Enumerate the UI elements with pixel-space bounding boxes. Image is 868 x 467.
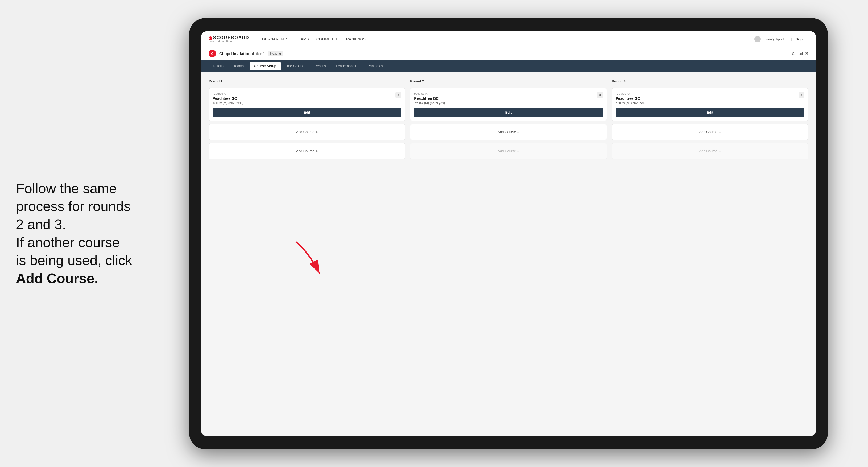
round-3-label: Round 3	[612, 79, 808, 83]
card-header-r3: (Course A) Peachtree GC Yellow (M) (6629…	[616, 92, 804, 108]
round-2-course-card: (Course A) Peachtree GC Yellow (M) (6629…	[410, 88, 607, 121]
course-details: Yellow (M) (6629 yds)	[213, 101, 395, 105]
edit-course-button-r3[interactable]: Edit	[616, 108, 804, 117]
edit-course-button-r1[interactable]: Edit	[213, 108, 401, 117]
delete-course-icon-r2[interactable]: ✕	[597, 92, 603, 98]
round-3-column: Round 3 (Course A) Peachtree GC Yellow (…	[612, 79, 808, 159]
add-course-label-r3-s2: Add Course	[699, 149, 718, 153]
tournament-tag: (Men)	[256, 52, 264, 55]
nav-right: blair@clippd.io | Sign out	[754, 36, 808, 42]
add-course-label-r2-s2: Add Course	[498, 149, 516, 153]
add-course-label-r1-s1: Add Course	[296, 130, 314, 134]
top-nav: CSCOREBOARD Powered by clippd TOURNAMENT…	[201, 31, 816, 48]
add-course-r3-slot2: Add Course +	[612, 143, 808, 159]
round-1-label: Round 1	[209, 79, 405, 83]
logo-title: CSCOREBOARD	[209, 35, 249, 40]
nav-committee[interactable]: COMMITTEE	[316, 36, 339, 42]
plus-icon-r3-s1: +	[718, 130, 721, 134]
rounds-container: Round 1 (Course A) Peachtree GC Yellow (…	[209, 79, 808, 159]
course-name-r2: Peachtree GC	[414, 96, 597, 101]
round-3-course-card: (Course A) Peachtree GC Yellow (M) (6629…	[612, 88, 808, 121]
plus-icon-r1-s2: +	[316, 149, 318, 153]
instruction-text: Follow the same process for rounds 2 and…	[16, 181, 132, 286]
plus-icon-r2-s1: +	[517, 130, 519, 134]
logo-sub: Powered by clippd	[209, 40, 249, 43]
plus-icon-r1-s1: +	[316, 130, 318, 134]
main-content: Round 1 (Course A) Peachtree GC Yellow (…	[201, 72, 816, 436]
add-course-r1-slot1[interactable]: Add Course +	[209, 124, 405, 140]
tablet-screen: CSCOREBOARD Powered by clippd TOURNAMENT…	[201, 31, 816, 436]
nav-separator: |	[791, 37, 792, 41]
tablet-device: CSCOREBOARD Powered by clippd TOURNAMENT…	[189, 18, 828, 449]
plus-icon-r3-s2: +	[718, 149, 721, 153]
round-1-course-card: (Course A) Peachtree GC Yellow (M) (6629…	[209, 88, 405, 121]
nav-links: TOURNAMENTS TEAMS COMMITTEE RANKINGS	[260, 36, 755, 42]
tabs-bar: Details Teams Course Setup Tee Groups Re…	[201, 60, 816, 72]
round-1-column: Round 1 (Course A) Peachtree GC Yellow (…	[209, 79, 405, 159]
tab-tee-groups[interactable]: Tee Groups	[282, 62, 309, 70]
tournament-hosting-badge: Hosting	[268, 51, 283, 56]
card-info-r2: (Course A) Peachtree GC Yellow (M) (6629…	[414, 92, 597, 108]
tab-leaderboards[interactable]: Leaderboards	[332, 62, 362, 70]
tournament-bar: C Clippd Invitational (Men) Hosting Canc…	[201, 48, 816, 60]
card-info-r3: (Course A) Peachtree GC Yellow (M) (6629…	[616, 92, 799, 108]
card-header: (Course A) Peachtree GC Yellow (M) (6629…	[213, 92, 401, 108]
tournament-name: Clippd Invitational	[219, 51, 254, 56]
card-header-r2: (Course A) Peachtree GC Yellow (M) (6629…	[414, 92, 603, 108]
course-name: Peachtree GC	[213, 96, 395, 101]
round-2-label: Round 2	[410, 79, 607, 83]
add-course-label-r2-s1: Add Course	[498, 130, 516, 134]
tablet-wrapper: CSCOREBOARD Powered by clippd TOURNAMENT…	[149, 18, 868, 449]
nav-rankings[interactable]: RANKINGS	[346, 36, 366, 42]
tournament-logo: C	[209, 50, 216, 57]
scoreboard-logo: CSCOREBOARD Powered by clippd	[209, 35, 249, 43]
course-name-r3: Peachtree GC	[616, 96, 799, 101]
nav-tournaments[interactable]: TOURNAMENTS	[260, 36, 289, 42]
tab-course-setup[interactable]: Course Setup	[250, 62, 281, 70]
plus-icon-r2-s2: +	[517, 149, 519, 153]
tab-printables[interactable]: Printables	[363, 62, 387, 70]
tab-details[interactable]: Details	[209, 62, 228, 70]
tournament-bar-right: Cancel ✕	[792, 51, 808, 56]
tab-teams[interactable]: Teams	[229, 62, 248, 70]
edit-course-button-r2[interactable]: Edit	[414, 108, 603, 117]
add-course-r2-slot1[interactable]: Add Course +	[410, 124, 607, 140]
sign-out-link[interactable]: Sign out	[796, 37, 808, 41]
tab-results[interactable]: Results	[310, 62, 330, 70]
instruction-panel: Follow the same process for rounds 2 and…	[0, 169, 149, 298]
round-2-column: Round 2 (Course A) Peachtree GC Yellow (…	[410, 79, 607, 159]
course-details-r2: Yellow (M) (6629 yds)	[414, 101, 597, 105]
course-tag-r3: (Course A)	[616, 92, 799, 95]
course-tag-r2: (Course A)	[414, 92, 597, 95]
add-course-label-r1-s2: Add Course	[296, 149, 314, 153]
close-icon[interactable]: ✕	[805, 51, 808, 56]
logo-c-icon: C	[209, 36, 212, 40]
cancel-button[interactable]: Cancel	[792, 52, 803, 56]
add-course-r2-slot2: Add Course +	[410, 143, 607, 159]
delete-course-icon[interactable]: ✕	[395, 92, 401, 98]
add-course-label-r3-s1: Add Course	[699, 130, 718, 134]
user-email: blair@clippd.io	[765, 37, 787, 41]
card-info: (Course A) Peachtree GC Yellow (M) (6629…	[213, 92, 395, 108]
add-course-r3-slot1[interactable]: Add Course +	[612, 124, 808, 140]
delete-course-icon-r3[interactable]: ✕	[799, 92, 804, 98]
user-avatar	[754, 36, 761, 42]
course-tag: (Course A)	[213, 92, 395, 95]
course-details-r3: Yellow (M) (6629 yds)	[616, 101, 799, 105]
nav-teams[interactable]: TEAMS	[296, 36, 309, 42]
add-course-r1-slot2[interactable]: Add Course +	[209, 143, 405, 159]
